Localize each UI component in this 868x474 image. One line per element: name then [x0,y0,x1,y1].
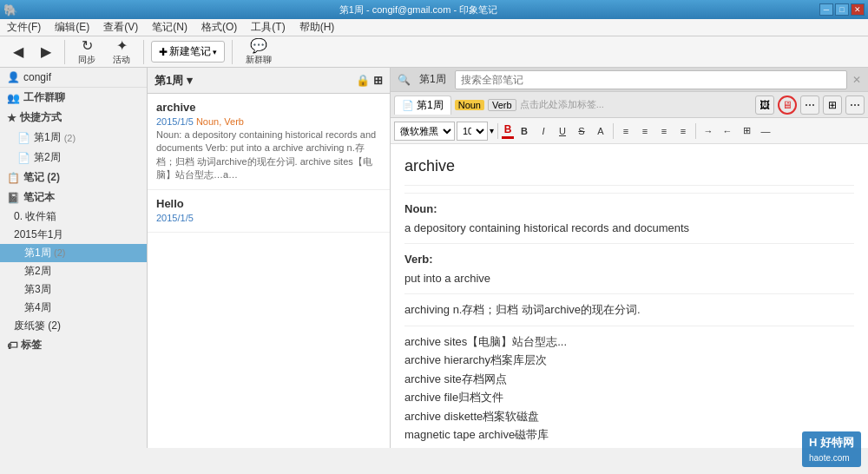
maximize-button[interactable]: □ [835,3,849,16]
forward-button[interactable]: ▶ [35,42,57,63]
separator-after-title [404,193,854,194]
underline-button[interactable]: U [554,122,571,140]
sidebar-item-week4[interactable]: 第4周 [0,299,147,317]
menu-help[interactable]: 帮助(H) [296,18,339,36]
outdent-button[interactable]: ← [719,122,736,140]
sidebar-item-week3[interactable]: 第3周 [0,280,147,299]
tag-verb[interactable]: Verb [488,99,516,111]
activity-button[interactable]: ✦ 活动 [107,36,136,69]
rule-button[interactable]: — [757,122,774,140]
note-list-header-actions: 🔒 ⊞ [356,74,383,87]
sidebar-item-workgroup[interactable]: 👥 工作群聊 [0,88,147,108]
new-note-dropdown-icon[interactable]: ▾ [213,48,217,56]
menu-view[interactable]: 查看(V) [100,18,141,36]
editor-action-more[interactable]: ⋯ [800,95,819,115]
sidebar-item-notebooks[interactable]: 📓 笔记本 [0,188,147,207]
align-left-button[interactable]: ≡ [617,122,635,140]
minimize-button[interactable]: ─ [819,3,833,16]
note-list-dropdown-icon[interactable]: ▾ [187,74,193,87]
tab-note-icon: 📄 [402,100,414,111]
indent-icon: → [704,126,713,136]
bold-button[interactable]: B [516,122,533,140]
editor-action-screen[interactable]: 🖥 [778,95,797,115]
align-center-button[interactable]: ≡ [636,122,654,140]
format-div1 [497,123,498,139]
editor-tab-week1[interactable]: 📄 第1周 [394,95,451,115]
note-tags1: Noun, Verb [196,116,244,127]
font-color-button[interactable]: B [502,123,514,139]
menu-tools[interactable]: 工具(T) [247,18,288,36]
sidebar-item-inbox[interactable]: 0. 收件箱 [0,207,147,226]
font-select[interactable]: 微软雅黑 [394,122,455,141]
sidebar-user: 👤 congif [0,68,147,88]
new-note-button[interactable]: ✚ 新建笔记 ▾ [151,41,225,63]
editor-action-grid[interactable]: ⊞ [823,95,842,115]
notes-label: 笔记 (2) [23,170,60,185]
editor-compound-5: archive diskette档案软磁盘 [404,408,854,425]
search-close-icon[interactable]: ✕ [852,74,861,86]
activity-icon: ✦ [116,38,128,54]
new-chat-label: 新群聊 [246,54,272,66]
watermark: H 好特网 haote.com [802,431,861,467]
editor-verb-label: Verb: [404,251,854,268]
note-list-grid-icon[interactable]: ⊞ [373,74,383,87]
indent-button[interactable]: → [700,122,717,140]
note-item-hello[interactable]: Hello 2015/1/5 [148,190,390,233]
tag-placeholder[interactable]: 点击此处添加标签... [520,98,752,111]
italic-icon: I [542,126,544,136]
editor-noun-def: a depository containing historical recor… [404,220,854,237]
font-size-select[interactable]: 10 [457,122,488,141]
note-list-lock-icon[interactable]: 🔒 [356,74,370,87]
tag-noun[interactable]: Noun [455,100,484,110]
note-item-archive[interactable]: archive 2015/1/5 Noun, Verb Noun: a depo… [148,94,390,190]
sidebar: 👤 congif 👥 工作群聊 ★ 快捷方式 📄 第1周 (2) 📄 第2周 📋… [0,68,148,448]
font-color-label: B [504,123,512,135]
grid-icon2: ⊞ [828,99,837,111]
menu-note[interactable]: 笔记(N) [148,18,191,36]
font-size-down-icon[interactable]: ▾ [490,126,494,135]
sidebar-item-week2[interactable]: 第2周 [0,262,147,280]
format-toolbar: 微软雅黑 10 ▾ B B I U S A ≡ ≡ ≡ ≡ → [391,118,868,144]
note-date2: 2015/1/5 [156,213,194,223]
italic-button[interactable]: I [535,122,552,140]
week2-shortcut-label: 第2周 [34,150,61,165]
search-input[interactable] [455,70,847,89]
strikethrough-button[interactable]: S [573,122,590,140]
sidebar-item-shortcuts[interactable]: ★ 快捷方式 [0,108,147,128]
format-div3 [695,123,696,139]
main-container: 👤 congif 👥 工作群聊 ★ 快捷方式 📄 第1周 (2) 📄 第2周 📋… [0,68,868,448]
editor-action-image[interactable]: 🖼 [755,95,774,115]
new-chat-button[interactable]: 💬 新群聊 [240,36,278,69]
menu-format[interactable]: 格式(O) [198,18,240,36]
table-button[interactable]: ⊞ [738,122,755,140]
sidebar-item-week1-shortcut[interactable]: 📄 第1周 (2) [0,128,147,148]
week3-label: 第3周 [24,283,51,295]
sync-button[interactable]: ↻ 同步 [72,36,102,69]
separator-3 [404,326,854,326]
week1-shortcut-count: (2) [64,133,76,143]
close-button[interactable]: ✕ [851,3,865,16]
highlight-button[interactable]: A [592,122,609,140]
menu-edit[interactable]: 编辑(E) [51,18,93,36]
align-justify-icon: ≡ [681,126,686,136]
highlight-icon: A [597,126,603,136]
tags-icon: 🏷 [7,339,17,352]
back-button[interactable]: ◀ [7,42,30,63]
tags-label: 标签 [21,338,42,352]
editor-content[interactable]: archive Noun: a depository containing hi… [391,144,868,448]
sidebar-item-week2-shortcut[interactable]: 📄 第2周 [0,148,147,168]
note-item-archive-meta: 2015/1/5 Noun, Verb [156,116,381,127]
align-justify-button[interactable]: ≡ [674,122,692,140]
sidebar-item-notes[interactable]: 📋 笔记 (2) [0,168,147,188]
sidebar-item-week1[interactable]: 第1周 (2) [0,244,147,262]
divider3 [232,40,233,64]
sidebar-item-trash[interactable]: 废纸篓 (2) [0,317,147,335]
menu-file[interactable]: 文件(F) [3,18,44,36]
sidebar-item-jan2015[interactable]: 2015年1月 [0,226,147,244]
note-editor: 🔍 第1周 ✕ 📄 第1周 Noun Verb 点击此处添加标签... 🖼 🖥 [391,68,868,448]
editor-action-extra[interactable]: ⋯ [845,95,865,115]
editor-tab-actions: 🖼 🖥 ⋯ ⊞ ⋯ [755,95,865,115]
watermark-icon: H [809,436,817,449]
sidebar-item-tags[interactable]: 🏷 标签 [0,335,147,355]
align-right-button[interactable]: ≡ [655,122,673,140]
